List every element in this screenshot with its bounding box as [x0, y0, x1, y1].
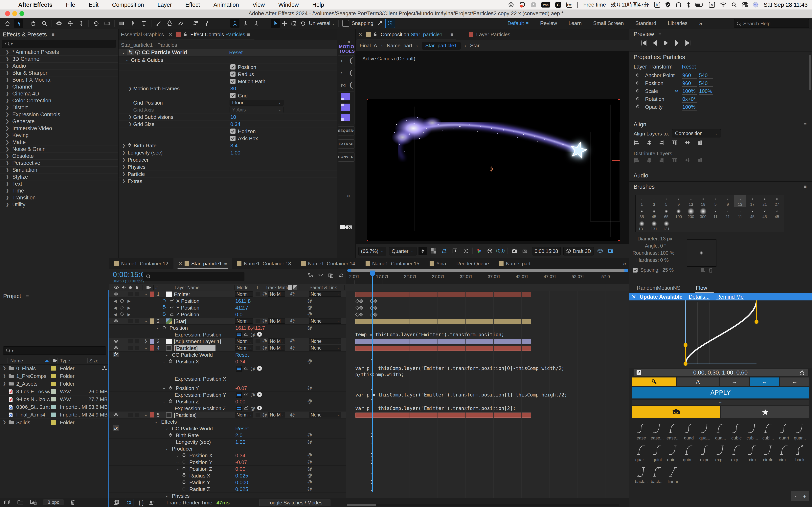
effect-reset-link[interactable]: Reset: [235, 426, 249, 432]
label-swatch[interactable]: [51, 366, 56, 371]
effects-category[interactable]: ❯Matte: [0, 139, 118, 146]
timeline-row-position-x[interactable]: ⌄Position X0.34@I: [109, 358, 629, 365]
distribute-button-4[interactable]: [684, 157, 690, 163]
multi-view-icon[interactable]: [606, 247, 615, 255]
stopwatch-icon[interactable]: [162, 312, 166, 316]
easing-quad[interactable]: quad: [681, 421, 697, 442]
breadcrumb-star[interactable]: Star: [470, 43, 479, 49]
brush-11[interactable]: 11: [709, 207, 722, 220]
distribute-button-2[interactable]: [659, 157, 665, 163]
project-row[interactable]: 9-Los N...izo.wavWAV27.7 MB: [0, 395, 108, 403]
pickwhip-icon[interactable]: @: [307, 459, 312, 465]
prev-keyframe-icon[interactable]: ◀: [114, 305, 116, 310]
spacing-value[interactable]: 25 %: [662, 267, 674, 273]
effects-category[interactable]: ❯Generate: [0, 118, 118, 125]
item-name[interactable]: 9-Los N...izo.wav: [16, 396, 50, 402]
tab-flow[interactable]: Flow: [696, 285, 707, 291]
easing-quin[interactable]: quin...: [681, 443, 697, 464]
app-icon-drive[interactable]: [531, 2, 536, 7]
stopwatch-icon[interactable]: [128, 143, 131, 147]
apply-button[interactable]: APPLY: [632, 387, 809, 398]
checkbox-Radius[interactable]: [231, 71, 236, 77]
prop-name[interactable]: Radius Y: [189, 480, 210, 486]
easing-cubi[interactable]: cubi...: [760, 421, 776, 442]
exposure-gamma-icon[interactable]: [451, 247, 459, 255]
pickwhip-icon[interactable]: @: [307, 385, 312, 391]
create-composition-icon[interactable]: [30, 500, 37, 505]
rotate-tool-icon[interactable]: [298, 19, 307, 28]
col-size[interactable]: Size: [89, 358, 99, 363]
t-switch[interactable]: [256, 319, 260, 323]
workspace-default[interactable]: Default ≡: [507, 20, 528, 26]
prop-name[interactable]: Position X: [189, 453, 212, 459]
banner-remind-link[interactable]: Remind Me: [716, 294, 744, 300]
tab-effect-controls[interactable]: Effect Controls Particles: [190, 32, 245, 38]
panel-menu-icon[interactable]: ≡: [804, 184, 807, 190]
chevron-right-icon[interactable]: ❯: [6, 160, 9, 166]
transparency-grid-icon[interactable]: [429, 247, 438, 255]
frame-blend-icon[interactable]: [328, 273, 334, 278]
pickwhip-icon[interactable]: @: [307, 311, 312, 317]
solo-box[interactable]: [128, 319, 133, 323]
delete-brush-icon[interactable]: [708, 267, 713, 273]
add-keyframe-icon[interactable]: [120, 305, 124, 310]
transfer-controls-icon[interactable]: [125, 499, 134, 506]
strip-swap-icon[interactable]: ⋈❨: [338, 80, 354, 92]
chevron-right-icon[interactable]: ❯: [6, 180, 9, 187]
purple-swatch-button[interactable]: [341, 104, 350, 111]
stopwatch-icon[interactable]: [162, 305, 166, 309]
scrollbar[interactable]: [809, 55, 811, 90]
timeline-search-input[interactable]: [143, 272, 244, 281]
brush-3[interactable]: 3: [648, 195, 660, 207]
panel-menu-icon[interactable]: ≡: [450, 32, 454, 38]
chevron-right-icon[interactable]: ❯: [6, 118, 9, 125]
project-row[interactable]: Final_A.mp4Importe...MEX24.9 MB: [0, 411, 108, 419]
prop-value[interactable]: 1611.8: [235, 298, 251, 304]
easing-qua[interactable]: qua...: [713, 421, 728, 442]
project-row[interactable]: ❯0_FinalsFolder: [0, 364, 108, 372]
chevron-right-icon[interactable]: ❯: [6, 167, 9, 173]
blend-mode-dropdown[interactable]: Norm⌄: [235, 345, 253, 350]
prop-value[interactable]: 0.34: [231, 121, 241, 127]
timeline-row-birth-rate[interactable]: Birth Rate2.0@I: [109, 432, 629, 439]
lock-box[interactable]: [135, 339, 139, 343]
chevron-down-icon[interactable]: ⌄: [154, 419, 158, 424]
t-switch[interactable]: [256, 413, 260, 417]
renderer-button[interactable]: Draft 3D: [563, 247, 594, 256]
expression-enable-icon[interactable]: [236, 332, 242, 337]
chevron-right-icon[interactable]: ❯: [122, 179, 125, 183]
dropdown-grid-position[interactable]: Floor⌄: [230, 100, 284, 106]
solo-box[interactable]: [128, 339, 133, 343]
ease-in-button[interactable]: ←: [780, 378, 809, 386]
prop-value-x[interactable]: 960: [682, 72, 697, 79]
chevron-right-icon[interactable]: ❯: [129, 114, 132, 119]
prop-value[interactable]: 0.000: [235, 480, 248, 486]
blend-mode-dropdown[interactable]: Norm⌄: [235, 291, 253, 297]
workspace-review[interactable]: Review: [540, 20, 557, 26]
v[interactable]: 0 %: [660, 257, 675, 263]
viewer-timecode[interactable]: 0:00:15:08: [532, 247, 561, 256]
add-keyframe-icon[interactable]: [120, 299, 124, 303]
align-button-5[interactable]: [697, 140, 703, 146]
timeline-row-expression-position[interactable]: @Expression: Positiontemp = thisComp.lay…: [109, 331, 629, 338]
effects-category[interactable]: ❯Text: [0, 180, 118, 187]
graph-overlay-icon[interactable]: [169, 312, 174, 316]
region-of-interest-icon[interactable]: [461, 247, 470, 255]
eye-icon[interactable]: [113, 346, 119, 350]
effect-row-axis-box[interactable]: Axis Box: [118, 135, 337, 142]
brush-5[interactable]: 5: [660, 195, 672, 207]
channel-dots-icon[interactable]: [475, 247, 484, 255]
pickwhip-icon[interactable]: @: [307, 358, 312, 364]
timeline-row-radius-z[interactable]: Radius Z0.025@I: [109, 486, 629, 493]
headphones-icon[interactable]: [676, 2, 681, 7]
align-button-1[interactable]: [646, 140, 652, 146]
fast-preview-icon[interactable]: [418, 247, 427, 255]
v[interactable]: 100 %: [660, 250, 675, 256]
chevron-down-icon[interactable]: ⌄: [144, 345, 148, 350]
timeline-tab-name1-container-15[interactable]: Name1_Container 15: [360, 258, 425, 269]
easing-back[interactable]: back...: [650, 465, 665, 486]
timeline-row--adjustment-layer-1-[interactable]: ❯3[Adjustment Layer 1]Norm⌄@No M⌄@None⌄: [109, 338, 629, 345]
motion-blur-icon[interactable]: [339, 273, 344, 278]
layer-name[interactable]: [Adjustment Layer 1]: [174, 338, 221, 345]
pickwhip-icon[interactable]: @: [262, 318, 267, 324]
